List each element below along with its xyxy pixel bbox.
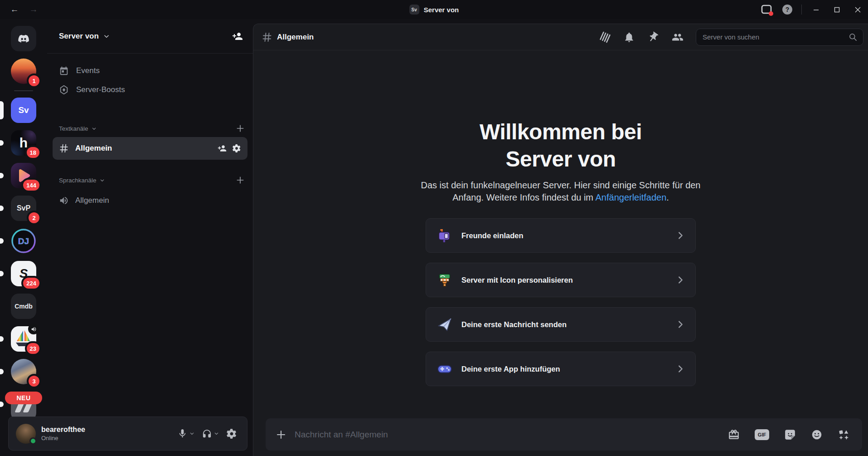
add-channel-button[interactable] [236, 124, 245, 133]
game-controller-icon [437, 361, 452, 377]
card-add-first-app[interactable]: Deine erste App hinzufügen [426, 352, 696, 386]
server-svp[interactable]: SvP 2 [11, 196, 36, 221]
search-box[interactable] [696, 29, 863, 46]
chevron-down-icon [214, 431, 219, 436]
paint-icon [437, 272, 452, 288]
card-label: Deine erste Nachricht senden [461, 320, 567, 329]
dm-avatar[interactable]: 1 [11, 59, 36, 84]
threads-icon[interactable] [599, 31, 611, 43]
help-button[interactable]: ? [777, 0, 798, 19]
apps-icon[interactable] [838, 429, 849, 441]
selected-pill [0, 101, 4, 119]
sidebar-item-events[interactable]: Events [52, 62, 248, 80]
chevron-right-icon [675, 319, 685, 329]
speaker-icon [59, 196, 69, 206]
dj-logo-icon: DJ [11, 228, 36, 254]
home-button[interactable] [11, 26, 36, 51]
card-invite-friends[interactable]: Freunde einladen [426, 218, 696, 253]
channel-sidebar: Server von Events Server-Boosts Textkanä… [47, 19, 253, 456]
welcome-description-suffix: . [666, 192, 669, 202]
discord-app: ← → Sv Server von ? [0, 0, 868, 456]
channel-allgemein-voice[interactable]: Allgemein [53, 191, 247, 211]
welcome-title: Willkommen bei Server von [480, 118, 642, 173]
minimize-button[interactable] [805, 0, 826, 19]
server-h[interactable]: h 18 [11, 130, 36, 156]
welcome-title-line2: Server von [480, 146, 642, 173]
deafen-button[interactable] [199, 426, 222, 441]
gif-picker-button[interactable]: GIF [755, 429, 769, 440]
unread-pill [0, 206, 4, 211]
notification-badge: 2 [29, 212, 39, 223]
card-send-first-message[interactable]: Deine erste Nachricht senden [426, 307, 696, 342]
notification-badge: 144 [23, 180, 39, 191]
titlebar-center: Sv Server von [409, 0, 459, 19]
server-sv[interactable]: Sv [11, 98, 36, 123]
add-channel-button[interactable] [236, 176, 245, 185]
beginner-guide-link[interactable]: Anfängerleitfaden [596, 192, 667, 202]
unread-pill [0, 369, 4, 374]
server-name: Server von [59, 32, 99, 41]
user-panel: bearerofthee Online [8, 417, 247, 451]
chat-header: Allgemein [253, 24, 868, 50]
user-meta[interactable]: bearerofthee Online [41, 426, 85, 441]
sticker-icon[interactable] [784, 429, 796, 441]
gift-icon[interactable] [728, 429, 740, 441]
titlebar: ← → Sv Server von ? [0, 0, 868, 19]
titlebar-server-badge: Sv [409, 5, 419, 15]
mic-button[interactable] [175, 426, 197, 441]
server-rail: 1 Sv h 18 144 [0, 19, 47, 456]
server-cmdb[interactable]: Cmdb [11, 294, 36, 319]
member-list-icon[interactable] [671, 31, 684, 43]
chevron-right-icon [675, 275, 685, 285]
server-new[interactable]: NEU [11, 392, 36, 417]
maximize-button[interactable] [826, 0, 847, 19]
dm-avatar-2[interactable]: 3 [11, 359, 36, 384]
close-button[interactable] [847, 0, 868, 19]
calendar-icon [59, 66, 69, 76]
unread-pill [0, 173, 4, 178]
search-input[interactable] [703, 33, 845, 41]
pin-icon[interactable] [647, 31, 659, 43]
server-play[interactable]: 144 [11, 163, 36, 188]
onboarding-cards: Freunde einladen Serv [426, 218, 696, 386]
screenshare-status-button[interactable] [756, 0, 777, 19]
unread-pill [0, 336, 4, 342]
back-arrow-icon[interactable]: ← [9, 5, 20, 15]
message-composer: GIF [266, 418, 862, 451]
server-sail[interactable]: 23 [11, 326, 36, 352]
notification-badge: 224 [23, 278, 39, 289]
section-sprachkanaele[interactable]: Sprachkanäle [47, 174, 253, 186]
sidebar-item-server-boosts[interactable]: Server-Boosts [52, 81, 248, 99]
rail-divider [14, 90, 33, 91]
channel-allgemein-text[interactable]: Allgemein [53, 137, 247, 160]
notifications-bell-icon[interactable] [623, 31, 635, 43]
user-settings-button[interactable] [223, 426, 240, 442]
user-avatar[interactable] [16, 424, 36, 444]
maximize-icon [834, 7, 840, 13]
svg-text:DJ: DJ [18, 236, 29, 246]
invite-people-button[interactable] [232, 31, 243, 42]
welcome-title-line1: Willkommen bei [480, 118, 642, 146]
section-label: Textkanäle [59, 125, 88, 132]
chevron-down-icon [100, 178, 105, 183]
microphone-icon [177, 428, 188, 439]
invite-to-channel-icon[interactable] [218, 144, 227, 153]
titlebar-divider [801, 5, 802, 15]
forward-arrow-icon[interactable]: → [28, 5, 39, 15]
card-label: Server mit Icon personalisieren [461, 276, 573, 284]
server-dropdown[interactable]: Server von [47, 19, 253, 54]
chevron-right-icon [675, 230, 685, 240]
server-dj[interactable]: DJ [11, 228, 36, 254]
emoji-icon[interactable] [811, 429, 823, 441]
notification-badge: 18 [27, 147, 39, 158]
attach-plus-icon[interactable] [276, 429, 286, 440]
card-personalize-server-icon[interactable]: Server mit Icon personalisieren [426, 263, 696, 297]
minimize-icon [813, 7, 819, 13]
server-s[interactable]: S 224 [11, 261, 36, 286]
message-input[interactable] [295, 430, 720, 440]
section-textkanaele[interactable]: Textkanäle [47, 123, 253, 134]
notification-badge: 1 [29, 75, 39, 86]
person-add-icon [232, 31, 243, 42]
unread-pill [0, 140, 4, 146]
channel-settings-gear-icon[interactable] [232, 144, 241, 153]
